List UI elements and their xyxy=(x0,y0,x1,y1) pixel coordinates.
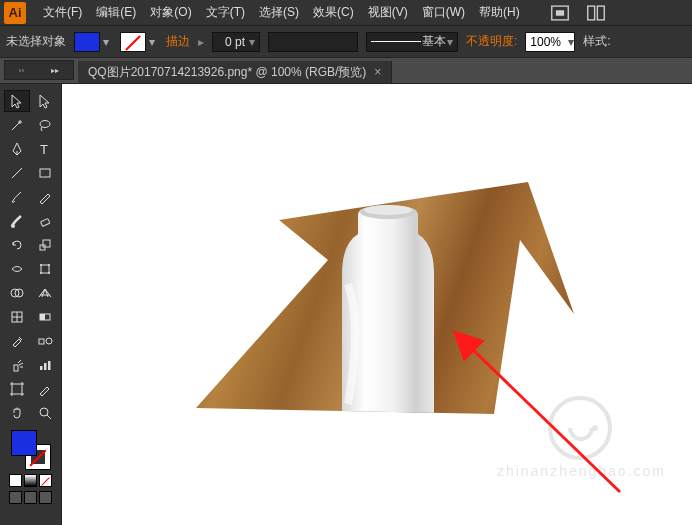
svg-line-30 xyxy=(47,415,51,419)
svg-rect-21 xyxy=(40,314,45,320)
menu-help[interactable]: 帮助(H) xyxy=(472,0,527,25)
menu-view[interactable]: 视图(V) xyxy=(361,0,415,25)
menu-edit[interactable]: 编辑(E) xyxy=(89,0,143,25)
stroke-label[interactable]: 描边 xyxy=(166,33,190,50)
svg-point-4 xyxy=(40,121,50,128)
slice-tool[interactable] xyxy=(32,378,58,400)
menu-effect[interactable]: 效果(C) xyxy=(306,0,361,25)
control-bar: 未选择对象 ▾ ▾ 描边 ▸ 0 pt ▾ 基本 ▾ 不透明度: 100% ▾ … xyxy=(0,26,692,58)
fill-stroke-control[interactable] xyxy=(11,430,51,470)
stroke-weight-value: 0 pt xyxy=(225,35,245,49)
blob-brush-tool[interactable] xyxy=(4,210,30,232)
brush-basic-label: 基本 xyxy=(422,33,446,50)
stroke-swatch[interactable] xyxy=(120,32,146,52)
app-icon: Ai xyxy=(4,2,26,24)
artboard-tool[interactable] xyxy=(4,378,30,400)
svg-line-35 xyxy=(470,347,620,492)
svg-text:T: T xyxy=(40,142,48,157)
magic-wand-tool[interactable] xyxy=(4,114,30,136)
svg-point-8 xyxy=(11,224,15,228)
symbol-sprayer-tool[interactable] xyxy=(4,354,30,376)
menu-bar: Ai 文件(F) 编辑(E) 对象(O) 文字(T) 选择(S) 效果(C) 视… xyxy=(0,0,692,26)
bridge-icon[interactable] xyxy=(549,4,571,22)
shape-builder-tool[interactable] xyxy=(4,282,30,304)
mesh-tool[interactable] xyxy=(4,306,30,328)
svg-point-29 xyxy=(40,408,48,416)
document-tab[interactable]: QQ图片20170714213926.png* @ 100% (RGB/预览) … xyxy=(78,61,392,83)
gradient-mode[interactable] xyxy=(24,474,37,487)
annotation-arrow xyxy=(440,332,630,505)
variable-width-profile[interactable] xyxy=(268,32,358,52)
svg-point-23 xyxy=(46,338,52,344)
opacity-label[interactable]: 不透明度: xyxy=(466,33,517,50)
opacity-value: 100% xyxy=(530,35,561,49)
fill-swatch-dropdown[interactable]: ▾ xyxy=(100,35,112,49)
svg-rect-1 xyxy=(556,10,564,16)
eraser-tool[interactable] xyxy=(32,210,58,232)
svg-rect-22 xyxy=(39,339,44,344)
svg-rect-24 xyxy=(14,365,18,371)
pencil-tool[interactable] xyxy=(32,186,58,208)
menu-file[interactable]: 文件(F) xyxy=(36,0,89,25)
canvas[interactable]: zhinanzhenghao.com xyxy=(62,84,692,525)
document-tab-title: QQ图片20170714213926.png* @ 100% (RGB/预览) xyxy=(88,64,366,81)
svg-point-13 xyxy=(40,264,42,266)
menu-object[interactable]: 对象(O) xyxy=(143,0,198,25)
eyedropper-tool[interactable] xyxy=(4,330,30,352)
scale-tool[interactable] xyxy=(32,234,58,256)
stroke-weight-input[interactable]: 0 pt ▾ xyxy=(212,32,260,52)
draw-normal[interactable] xyxy=(9,491,22,504)
menu-type[interactable]: 文字(T) xyxy=(199,0,252,25)
svg-point-14 xyxy=(48,264,50,266)
svg-point-34 xyxy=(364,205,412,215)
rotate-tool[interactable] xyxy=(4,234,30,256)
stroke-swatch-dropdown[interactable]: ▾ xyxy=(146,35,158,49)
perspective-grid-tool[interactable] xyxy=(32,282,58,304)
none-mode[interactable] xyxy=(39,474,52,487)
svg-rect-25 xyxy=(40,366,43,370)
brush-definition[interactable]: 基本 ▾ xyxy=(366,32,458,52)
lasso-tool[interactable] xyxy=(32,114,58,136)
selection-tool[interactable] xyxy=(4,90,30,112)
free-transform-tool[interactable] xyxy=(32,258,58,280)
fill-swatch[interactable] xyxy=(74,32,100,52)
width-tool[interactable] xyxy=(4,258,30,280)
zoom-tool[interactable] xyxy=(32,402,58,424)
doc-flyout[interactable]: ◦◦▸▸ xyxy=(4,60,74,80)
svg-rect-3 xyxy=(597,6,604,20)
fill-color[interactable] xyxy=(11,430,37,456)
svg-rect-12 xyxy=(41,265,49,273)
document-tab-strip: QQ图片20170714213926.png* @ 100% (RGB/预览) … xyxy=(0,58,692,84)
menu-window[interactable]: 窗口(W) xyxy=(415,0,472,25)
pen-tool[interactable] xyxy=(4,138,30,160)
hand-tool[interactable] xyxy=(4,402,30,424)
svg-rect-2 xyxy=(587,6,594,20)
direct-selection-tool[interactable] xyxy=(32,90,58,112)
svg-rect-7 xyxy=(40,169,50,177)
rectangle-tool[interactable] xyxy=(32,162,58,184)
style-label[interactable]: 样式: xyxy=(583,33,610,50)
svg-rect-28 xyxy=(12,384,22,394)
column-graph-tool[interactable] xyxy=(32,354,58,376)
blend-tool[interactable] xyxy=(32,330,58,352)
line-segment-tool[interactable] xyxy=(4,162,30,184)
paintbrush-tool[interactable] xyxy=(4,186,30,208)
gradient-tool[interactable] xyxy=(32,306,58,328)
svg-rect-11 xyxy=(43,240,50,247)
close-icon[interactable]: × xyxy=(374,65,381,79)
menu-select[interactable]: 选择(S) xyxy=(252,0,306,25)
draw-inside[interactable] xyxy=(39,491,52,504)
type-tool[interactable]: T xyxy=(32,138,58,160)
svg-rect-26 xyxy=(44,363,47,370)
workspace: T xyxy=(0,84,692,525)
svg-point-16 xyxy=(48,272,50,274)
arrange-documents-icon[interactable] xyxy=(585,4,607,22)
brush-line-icon xyxy=(371,41,421,42)
draw-behind[interactable] xyxy=(24,491,37,504)
selection-status: 未选择对象 xyxy=(6,33,66,50)
opacity-input[interactable]: 100% ▾ xyxy=(525,32,575,52)
color-mode[interactable] xyxy=(9,474,22,487)
tools-panel: T xyxy=(0,84,62,525)
svg-rect-9 xyxy=(40,218,49,226)
menu-extra xyxy=(549,4,607,22)
